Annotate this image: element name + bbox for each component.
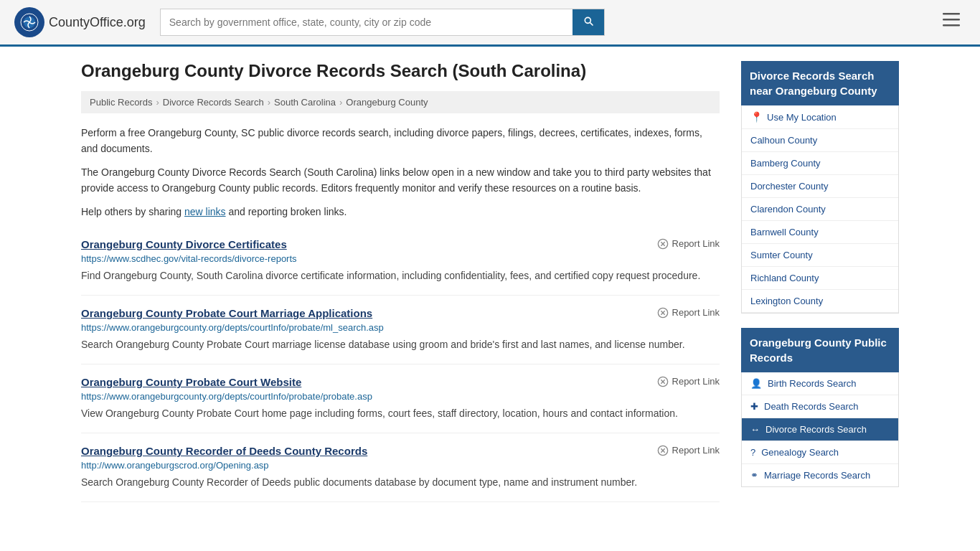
result-title-0[interactable]: Orangeburg County Divorce Certificates [81,238,287,250]
sidebar-pr-icon-1: ✚ [750,401,758,412]
sidebar-pr-icon-2: ↔ [750,424,760,435]
logo-icon [14,7,44,37]
sidebar-pr-item-3: ?Genealogy Search [742,441,898,464]
sidebar-county-4[interactable]: Barnwell County [742,221,898,244]
counties-list: 📍 Use My Location Calhoun CountyBamberg … [741,105,899,314]
result-url-3[interactable]: http://www.orangeburgscrod.org/Opening.a… [81,460,720,471]
sidebar-pr-label-2: Divorce Records Search [765,424,867,435]
sidebar-county-5[interactable]: Sumter County [742,244,898,267]
report-link-0[interactable]: Report Link [657,238,720,250]
result-desc-3: Search Orangeburg County Recorder of Dee… [81,475,720,490]
sidebar-pr-link-1[interactable]: ✚Death Records Search [742,395,898,418]
result-item: Orangeburg County Recorder of Deeds Coun… [81,433,720,502]
sidebar-pr-icon-4: ⚭ [750,470,758,481]
result-url-0[interactable]: https://www.scdhec.gov/vital-records/div… [81,253,720,264]
breadcrumb-link-divorce-records[interactable]: Divorce Records Search [163,97,264,108]
sidebar-pr-link-2[interactable]: ↔Divorce Records Search [742,418,898,441]
use-location-button[interactable]: 📍 Use My Location [742,105,898,129]
sidebar-pr-link-3[interactable]: ?Genealogy Search [742,441,898,463]
result-title-1[interactable]: Orangeburg County Probate Court Marriage… [81,307,372,319]
search-button[interactable] [573,9,604,35]
sidebar-pr-icon-0: 👤 [750,378,762,389]
sidebar-pr-item-0: 👤Birth Records Search [742,372,898,395]
logo-text: CountyOffice.org [49,15,146,30]
nearby-section: Divorce Records Search near Orangeburg C… [741,61,899,314]
public-records-title: Orangeburg County Public Records [741,328,899,372]
new-links-link[interactable]: new links [184,206,226,217]
svg-rect-5 [943,24,960,27]
sidebar-county-1[interactable]: Bamberg County [742,152,898,175]
result-desc-2: View Orangeburg County Probate Court hom… [81,406,720,421]
sidebar-county-3[interactable]: Clarendon County [742,198,898,221]
sidebar-county-7[interactable]: Lexington County [742,290,898,313]
site-logo[interactable]: CountyOffice.org [14,7,146,37]
report-link-2[interactable]: Report Link [657,376,720,387]
svg-rect-3 [943,13,960,15]
result-desc-1: Search Orangeburg County Probate Court m… [81,337,720,352]
sidebar-pr-item-2: ↔Divorce Records Search [742,418,898,441]
svg-rect-4 [943,19,960,21]
search-input[interactable] [161,9,573,35]
sidebar-pr-label-1: Death Records Search [764,401,859,412]
result-item: Orangeburg County Probate Court Website … [81,364,720,433]
sidebar-pr-link-0[interactable]: 👤Birth Records Search [742,372,898,395]
result-item: Orangeburg County Probate Court Marriage… [81,296,720,364]
sidebar-county-2[interactable]: Dorchester County [742,175,898,198]
breadcrumb-current: Orangeburg County [346,97,428,108]
result-title-2[interactable]: Orangeburg County Probate Court Website [81,376,301,388]
description-para2: The Orangeburg County Divorce Records Se… [81,164,720,197]
page-title: Orangeburg County Divorce Records Search… [81,61,720,81]
main-content: Orangeburg County Divorce Records Search… [81,61,720,502]
search-bar [160,9,605,36]
sidebar-county-6[interactable]: Richland County [742,267,898,290]
result-item: Orangeburg County Divorce Certificates R… [81,227,720,296]
breadcrumb: Public Records › Divorce Records Search … [81,91,720,113]
results-list: Orangeburg County Divorce Certificates R… [81,227,720,502]
sidebar-pr-label-3: Genealogy Search [761,447,839,458]
result-desc-0: Find Orangeburg County, South Carolina d… [81,268,720,283]
report-link-3[interactable]: Report Link [657,445,720,456]
menu-button[interactable] [937,10,966,34]
counties-container: Calhoun CountyBamberg CountyDorchester C… [742,129,898,313]
breadcrumb-link-public-records[interactable]: Public Records [90,97,152,108]
location-pin-icon: 📍 [750,111,763,123]
sidebar-pr-icon-3: ? [750,447,755,458]
result-title-3[interactable]: Orangeburg County Recorder of Deeds Coun… [81,445,367,457]
sidebar-pr-item-4: ⚭Marriage Records Search [742,464,898,486]
description-para3: Help others by sharing new links and rep… [81,204,720,220]
sidebar-pr-label-0: Birth Records Search [768,378,857,389]
breadcrumb-link-south-carolina[interactable]: South Carolina [274,97,336,108]
public-records-list: 👤Birth Records Search✚Death Records Sear… [741,372,899,487]
sidebar: Divorce Records Search near Orangeburg C… [741,61,899,502]
report-link-1[interactable]: Report Link [657,307,720,319]
sidebar-pr-label-4: Marriage Records Search [764,470,870,481]
sidebar-pr-link-4[interactable]: ⚭Marriage Records Search [742,464,898,486]
sidebar-county-0[interactable]: Calhoun County [742,129,898,152]
description-para1: Perform a free Orangeburg County, SC pub… [81,125,720,157]
site-header: CountyOffice.org [0,0,980,47]
public-records-section: Orangeburg County Public Records 👤Birth … [741,328,899,487]
sidebar-pr-item-1: ✚Death Records Search [742,395,898,418]
nearby-title: Divorce Records Search near Orangeburg C… [741,61,899,105]
result-url-2[interactable]: https://www.orangeburgcounty.org/depts/c… [81,391,720,402]
main-container: Orangeburg County Divorce Records Search… [67,47,913,517]
result-url-1[interactable]: https://www.orangeburgcounty.org/depts/c… [81,322,720,333]
